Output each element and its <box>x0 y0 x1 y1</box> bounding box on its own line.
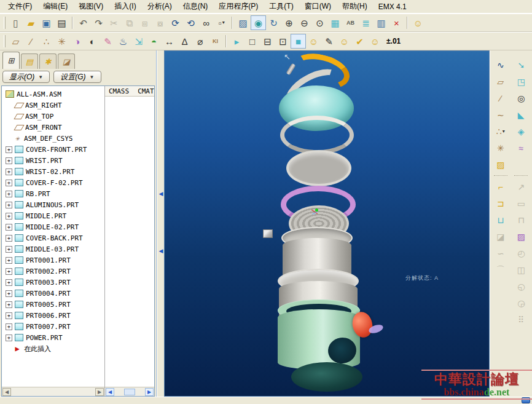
zoom-out-button[interactable]: ⊖ <box>297 15 312 30</box>
tree-item-part[interactable]: +MIDDLE-02.PRT <box>2 221 104 232</box>
redo-button[interactable]: ↷ <box>91 15 106 30</box>
round-button[interactable]: ◳ <box>513 74 529 89</box>
edit-doc-button[interactable]: ✎ <box>321 34 337 49</box>
style-button[interactable]: ≈ <box>513 141 529 155</box>
settings-dropdown-button[interactable]: 设置(G)▼ <box>53 71 101 83</box>
tree-item-part[interactable]: +PRT0007.PRT <box>2 321 104 332</box>
emx-smiley-button[interactable]: ☺ <box>410 15 426 30</box>
expand-toggle[interactable]: + <box>6 168 12 175</box>
tree-item-assembly[interactable]: ALL-ASM.ASM <box>2 89 104 100</box>
menu-analysis[interactable]: 分析(A) <box>142 0 178 14</box>
menu-edit[interactable]: 编辑(E) <box>37 0 73 14</box>
sketch-button[interactable]: ▨ <box>493 157 509 172</box>
measure-angle-button[interactable]: ∆ <box>177 34 192 49</box>
scroll-right-button[interactable]: ▶ <box>145 388 154 396</box>
ki-bag-button[interactable]: KI <box>208 34 223 49</box>
expand-toggle[interactable]: + <box>6 301 12 308</box>
hidden-line-button[interactable]: ⊟ <box>260 34 275 49</box>
scroll-left-button[interactable]: ◀ <box>2 388 11 396</box>
datum-plane-button[interactable]: ▱ <box>493 74 509 89</box>
expand-toggle[interactable]: + <box>6 213 12 220</box>
column-header-cmass[interactable]: CMASS <box>109 87 129 95</box>
model-tree-toggle-button[interactable]: ▥ <box>374 15 389 30</box>
tree-item-part[interactable]: +COVER-BACK.PRT <box>2 232 104 244</box>
blend-surface-button[interactable]: ◈ <box>513 124 529 138</box>
emx-smiley-button-3[interactable]: ☺ <box>337 34 352 49</box>
shaded-button[interactable]: ■ <box>291 34 306 49</box>
splitter-collapse-arrow[interactable]: ◀ <box>158 189 164 199</box>
plane-display-toggle[interactable]: ▱ <box>8 34 23 49</box>
layers-button[interactable]: ≣ <box>358 15 374 30</box>
model-part-disc[interactable] <box>286 150 351 186</box>
column-header-cmat[interactable]: CMAT <box>138 87 154 95</box>
expand-toggle[interactable]: + <box>6 323 12 330</box>
expand-toggle[interactable]: + <box>6 191 12 197</box>
expand-toggle[interactable]: + <box>6 246 12 253</box>
expand-toggle[interactable]: + <box>6 290 12 297</box>
regenerate-manager-button[interactable]: ⟲ <box>183 15 198 30</box>
tree-item-part[interactable]: +COVER-F-02.PRT <box>2 177 104 188</box>
draft-button[interactable]: ◣ <box>513 108 529 122</box>
tree-item-csys[interactable]: ✳ASM_DEF_CSYS <box>2 133 104 144</box>
expand-toggle[interactable]: + <box>6 312 12 319</box>
tree-item-datum[interactable]: ASM_FRONT <box>2 122 104 133</box>
scroll-right-button[interactable]: ▶ <box>95 388 104 396</box>
render-button[interactable]: ◐ <box>85 34 100 49</box>
expand-toggle[interactable]: + <box>6 235 12 242</box>
new-file-button[interactable]: ▯ <box>8 15 23 30</box>
point-display-toggle[interactable]: ∴ <box>39 34 54 49</box>
tab-connections[interactable]: ◪ <box>58 53 75 69</box>
tree-item-part[interactable]: +POWER.PRT <box>2 332 104 343</box>
expand-toggle[interactable]: + <box>6 335 12 341</box>
menu-emx[interactable]: EMX 4.1 <box>373 1 412 13</box>
teapot-render-button[interactable]: ♨ <box>115 34 131 49</box>
tree-item-datum[interactable]: ASM_TOP <box>2 111 104 122</box>
slot-button[interactable]: ⊔ <box>493 213 509 227</box>
tree-item-insert-here[interactable]: ▶在此插入 <box>2 343 104 354</box>
copy-geometry-button[interactable]: ⊐ <box>493 196 509 210</box>
save-button[interactable]: ▣ <box>39 15 54 30</box>
sketch-curve-button[interactable]: ∼ <box>493 108 509 122</box>
menu-insert[interactable]: 插入(I) <box>109 0 141 14</box>
show-dropdown-button[interactable]: 显示(O)▼ <box>2 71 50 83</box>
tree-item-part[interactable]: +MIDDLE-03.PRT <box>2 244 104 255</box>
hand-sketch-button[interactable]: ✎ <box>100 34 115 49</box>
model-part-bottom-disc[interactable] <box>291 362 362 392</box>
datum-point-button[interactable]: ∴▾ <box>493 124 509 138</box>
tree-item-part[interactable]: +PRT0006.PRT <box>2 310 104 321</box>
menu-window[interactable]: 窗口(W) <box>299 0 337 14</box>
wireframe-button[interactable]: □ <box>244 34 260 49</box>
zoom-fit-button[interactable]: ⊙ <box>312 15 327 30</box>
csys-button[interactable]: ✳ <box>493 141 509 155</box>
tab-folder-browser[interactable]: ▤ <box>21 53 38 69</box>
expand-toggle[interactable]: + <box>6 157 12 164</box>
dropdown-arrow-icon[interactable]: ▾ <box>503 129 505 134</box>
tree-item-part[interactable]: +WRIST-02.PRT <box>2 166 104 177</box>
tree-item-part[interactable]: +WRIST.PRT <box>2 155 104 166</box>
measure-length-button[interactable]: ↔ <box>162 34 177 49</box>
appearance-button[interactable]: ◑ <box>69 34 85 49</box>
tree-item-part[interactable]: +ALUMINOUS.PRT <box>2 199 104 210</box>
dropdown-arrow-icon[interactable]: ▾ <box>222 20 225 25</box>
expand-toggle[interactable]: + <box>6 180 12 186</box>
expand-toggle[interactable]: + <box>6 279 12 286</box>
menu-info[interactable]: 信息(N) <box>178 0 214 14</box>
toolbar-grip[interactable] <box>4 17 6 29</box>
expand-toggle[interactable]: + <box>6 268 12 275</box>
repaint-button[interactable]: ▨ <box>235 15 251 30</box>
undo-button[interactable]: ↶ <box>76 15 91 30</box>
color-wheel-button[interactable]: ◓ <box>146 34 162 49</box>
tree-item-part[interactable]: +PRT0002.PRT <box>2 266 104 277</box>
spin-center-button[interactable]: ◉ <box>251 15 266 30</box>
axis-display-toggle[interactable]: ∕ <box>23 34 39 49</box>
expand-toggle[interactable]: + <box>6 146 12 153</box>
sweep-button[interactable]: ➘ <box>513 58 529 72</box>
analysis-arrow-button[interactable]: ▸ <box>229 34 244 49</box>
saved-views-button[interactable]: ▦ <box>327 15 343 30</box>
menu-file[interactable]: 文件(F) <box>2 0 37 14</box>
splitter-collapse-arrow[interactable]: ◀ <box>158 246 164 256</box>
measure-diameter-button[interactable]: ⌀ <box>192 34 208 49</box>
emx-smiley-button-4[interactable]: ☺ <box>367 34 383 49</box>
extrude-udf-button[interactable]: ⌐ <box>493 180 509 194</box>
zoom-in-button[interactable]: ⊕ <box>281 15 297 30</box>
